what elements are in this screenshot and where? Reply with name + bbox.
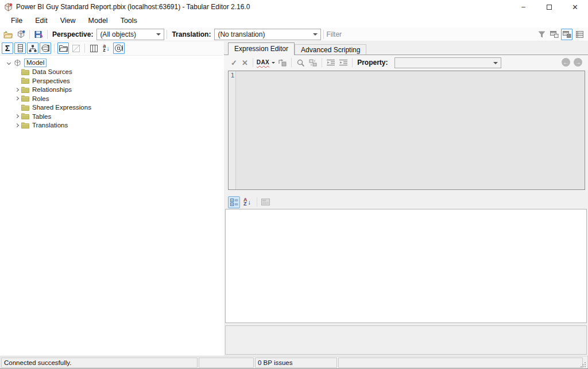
- menu-file[interactable]: File: [5, 15, 29, 26]
- navigate-forward-button[interactable]: →: [574, 58, 582, 67]
- toolbar-separator: [54, 44, 55, 53]
- tree-label: Perspectives: [32, 77, 70, 84]
- toolbar-separator: [167, 30, 167, 39]
- arrow-right-icon: →: [575, 59, 581, 65]
- save-button[interactable]: [33, 29, 44, 40]
- find-button[interactable]: [295, 57, 306, 68]
- show-display-folders-button[interactable]: [57, 42, 69, 54]
- sort-alphabetically-button[interactable]: az ↓: [100, 42, 112, 54]
- chevron-down-icon[interactable]: [5, 61, 13, 64]
- show-all-objects-button[interactable]: [40, 42, 51, 54]
- title-bar: Power BI Guy Standard Report.pbix (local…: [0, 0, 588, 14]
- decrease-indent-button[interactable]: [325, 57, 336, 68]
- chevron-right-icon[interactable]: [13, 88, 21, 91]
- view-list-button[interactable]: [574, 29, 585, 40]
- tree-row-relationships[interactable]: Relationships: [0, 86, 223, 95]
- view-flat-button[interactable]: [548, 29, 560, 40]
- tree-row-tables[interactable]: Tables: [0, 112, 223, 121]
- sigma-icon: Σ: [5, 44, 10, 52]
- model-cube-icon: [17, 30, 25, 38]
- translation-dropdown[interactable]: (No translation): [214, 29, 321, 40]
- perspective-value: (All objects): [100, 30, 136, 38]
- chevron-down-icon: [313, 33, 318, 36]
- maximize-button[interactable]: [536, 0, 562, 14]
- editor-tabstrip: Expression Editor Advanced Scripting: [228, 42, 366, 55]
- menu-tools[interactable]: Tools: [114, 15, 144, 26]
- tree-row-translations[interactable]: Translations: [0, 121, 223, 130]
- tree-row-roles[interactable]: Roles: [0, 94, 223, 103]
- status-message-panel: Connected succesfully.: [1, 358, 198, 368]
- show-measures-button[interactable]: Σ: [2, 42, 13, 54]
- show-hidden-objects-button[interactable]: [70, 42, 82, 54]
- main-toolbar: Perspective: (All objects) Translation: …: [0, 28, 588, 41]
- chevron-right-icon[interactable]: [13, 124, 21, 127]
- status-empty-panel-1: [199, 358, 254, 368]
- replace-icon: [309, 59, 317, 67]
- replace-button[interactable]: [307, 57, 319, 68]
- chevron-right-icon[interactable]: [13, 115, 21, 118]
- toolbar-separator: [253, 58, 253, 67]
- line-number-gutter: 1: [229, 71, 236, 189]
- chevron-down-icon: [493, 62, 498, 64]
- filter-input[interactable]: [326, 30, 516, 38]
- view-split-button[interactable]: [561, 29, 572, 40]
- accept-check-button[interactable]: ✓: [231, 59, 237, 67]
- show-columns-button[interactable]: [14, 42, 26, 54]
- bp-issues-text: 0 BP issues: [258, 359, 293, 366]
- model-explorer-tree: Model Data Sources Perspectives Relation…: [0, 55, 223, 356]
- toolbar-separator: [291, 58, 292, 67]
- chevron-right-icon[interactable]: [13, 97, 21, 100]
- minimize-button[interactable]: –: [510, 0, 536, 14]
- tree-row-data-sources[interactable]: Data Sources: [0, 68, 223, 77]
- save-icon: [34, 30, 43, 38]
- format-dax-button[interactable]: DAX: [257, 59, 275, 67]
- categorized-view-button[interactable]: [228, 196, 240, 208]
- close-icon: ✕: [572, 3, 578, 11]
- tree-row-shared-expressions[interactable]: Shared Expressions: [0, 103, 223, 112]
- menu-view[interactable]: View: [54, 15, 82, 26]
- alphabetical-sort-button[interactable]: AZ ↓: [241, 196, 253, 208]
- expression-code-editor[interactable]: 1: [228, 71, 585, 190]
- tab-expression-editor[interactable]: Expression Editor: [228, 42, 295, 55]
- magnifier-icon: [297, 59, 304, 67]
- tree-row-perspectives[interactable]: Perspectives: [0, 76, 223, 86]
- filter-mode-button[interactable]: [536, 29, 547, 40]
- property-label: Property:: [357, 59, 388, 67]
- tab-advanced-scripting[interactable]: Advanced Scripting: [295, 44, 366, 55]
- open-file-button[interactable]: [2, 29, 14, 40]
- tree-toolbar: Σ az ↓: [0, 41, 224, 55]
- tree-label: Data Sources: [32, 68, 72, 75]
- deploy-model-button[interactable]: [15, 29, 26, 40]
- list-icon: [576, 31, 583, 38]
- tree-label-model: Model: [24, 59, 47, 67]
- cancel-x-button[interactable]: ✕: [242, 59, 248, 67]
- window-layout-selected-icon: [563, 31, 571, 38]
- hierarchy-icon: [29, 45, 37, 52]
- navigate-back-button[interactable]: ←: [562, 58, 570, 67]
- increase-indent-button[interactable]: [338, 57, 349, 68]
- show-columns-view-button[interactable]: [88, 42, 99, 54]
- menu-model[interactable]: Model: [82, 15, 114, 26]
- expression-toolbar: ✓ ✕ DAX Proper: [224, 55, 588, 70]
- folder-icon: [21, 113, 30, 119]
- close-button[interactable]: ✕: [562, 0, 588, 14]
- show-object-metadata-button[interactable]: [113, 42, 125, 54]
- tree-label: Relationships: [32, 86, 72, 93]
- property-pages-button[interactable]: [260, 196, 272, 208]
- bp-issues-panel[interactable]: 0 BP issues: [255, 358, 337, 368]
- status-message: Connected succesfully.: [4, 359, 71, 366]
- tree-row-model[interactable]: Model: [0, 59, 223, 68]
- perspective-dropdown[interactable]: (All objects): [96, 29, 164, 40]
- folder-icon: [21, 104, 30, 111]
- show-hierarchies-button[interactable]: [27, 42, 38, 54]
- toolbar-separator: [322, 58, 322, 67]
- menu-edit[interactable]: Edit: [29, 15, 54, 26]
- resize-grip[interactable]: [581, 362, 586, 367]
- code-text-area[interactable]: [236, 71, 585, 189]
- property-dropdown[interactable]: [394, 57, 501, 68]
- toolbar-separator: [47, 30, 48, 39]
- folder-icon: [21, 122, 30, 129]
- insert-expression-button[interactable]: [277, 57, 288, 68]
- property-grid[interactable]: [225, 209, 587, 323]
- translation-value: (No translation): [218, 30, 265, 38]
